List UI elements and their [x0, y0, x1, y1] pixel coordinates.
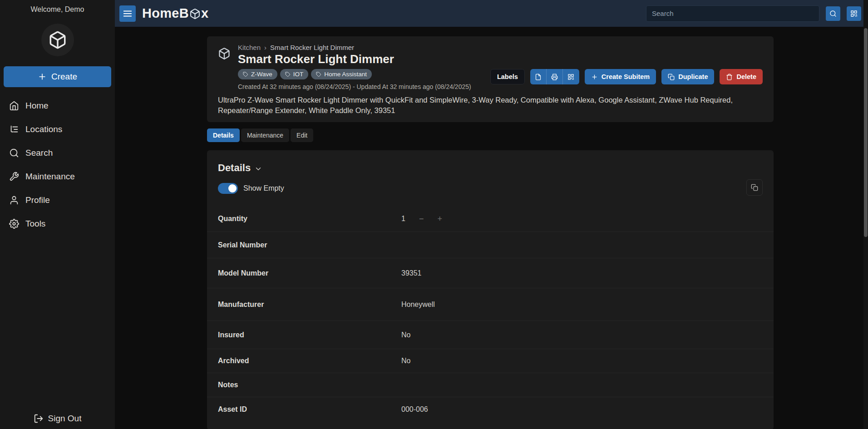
- show-empty-label: Show Empty: [243, 184, 284, 192]
- main-area: HomeB x: [115, 0, 868, 429]
- row-label: Insured: [218, 331, 401, 339]
- show-empty-row: Show Empty: [218, 183, 763, 194]
- app-title: HomeB x: [142, 6, 208, 21]
- detail-row-model-number: Model Number 39351: [207, 258, 774, 288]
- attachment-button[interactable]: [530, 69, 547, 84]
- tag-icon: [316, 72, 321, 77]
- item-description: UltraPro Z-Wave Smart Rocker Light Dimme…: [218, 95, 763, 116]
- sign-out-button[interactable]: Sign Out: [0, 414, 115, 424]
- copy-icon: [668, 74, 675, 80]
- details-rows: Quantity 1 − + Serial Number Model Numbe…: [207, 206, 774, 421]
- box-logo-icon: [48, 30, 67, 49]
- search-icon: [829, 10, 837, 17]
- delete-label: Delete: [736, 73, 756, 80]
- quantity-decrease-button[interactable]: −: [419, 215, 424, 223]
- menu-button[interactable]: [119, 5, 136, 22]
- search-button[interactable]: [826, 6, 840, 21]
- detail-row-quantity: Quantity 1 − +: [207, 206, 774, 232]
- plus-icon: [38, 72, 47, 81]
- tag-icon: [243, 72, 248, 77]
- page-scrollbar[interactable]: [863, 0, 868, 429]
- qr-code-button[interactable]: [563, 69, 579, 84]
- item-header-card: Kitchen › Smart Rocker Light Dimmer Smar…: [207, 36, 774, 122]
- search-input[interactable]: [646, 5, 819, 22]
- detail-row-archived: Archived No: [207, 349, 774, 373]
- printer-icon: [551, 74, 558, 80]
- row-label: Manufacturer: [218, 301, 401, 309]
- sign-out-label: Sign Out: [48, 414, 82, 424]
- tab-details[interactable]: Details: [207, 128, 240, 142]
- sidebar-item-search[interactable]: Search: [0, 141, 115, 165]
- top-bar: HomeB x: [115, 0, 868, 27]
- labels-button[interactable]: Labels: [490, 69, 525, 84]
- search-icon: [9, 148, 19, 158]
- qr-scan-icon: [850, 10, 858, 17]
- details-head: Details Show Empty: [207, 150, 774, 206]
- scrollbar-thumb[interactable]: [864, 28, 868, 237]
- item-info: Kitchen › Smart Rocker Light Dimmer Smar…: [238, 44, 471, 90]
- content-area: Kitchen › Smart Rocker Light Dimmer Smar…: [115, 27, 868, 429]
- row-value: 1 − +: [401, 215, 442, 223]
- create-button[interactable]: Create: [4, 66, 111, 87]
- detail-row-insured: Insured No: [207, 321, 774, 349]
- chevron-down-icon: [254, 165, 262, 173]
- detail-row-asset-id: Asset ID 000-006: [207, 397, 774, 421]
- gear-icon: [9, 219, 19, 229]
- row-value: 000-006: [401, 405, 428, 414]
- tab-edit[interactable]: Edit: [291, 128, 313, 142]
- create-button-label: Create: [51, 72, 77, 82]
- detail-row-manufacturer: Manufacturer Honeywell: [207, 288, 774, 321]
- tag-label: IOT: [293, 71, 304, 78]
- delete-button[interactable]: Delete: [720, 69, 763, 84]
- sidebar-item-locations[interactable]: Locations: [0, 118, 115, 141]
- tag-badge-home-assistant[interactable]: Home Assistant: [311, 69, 372, 79]
- print-button[interactable]: [547, 69, 563, 84]
- row-value: Honeywell: [401, 301, 435, 309]
- file-icon: [535, 74, 542, 80]
- create-subitem-label: Create Subitem: [602, 73, 650, 80]
- tab-bar: Details Maintenance Edit: [207, 128, 868, 142]
- sidebar-item-tools[interactable]: Tools: [0, 212, 115, 236]
- tag-label: Home Assistant: [324, 71, 367, 78]
- row-label: Quantity: [218, 215, 401, 223]
- hamburger-icon: [123, 9, 133, 19]
- row-value: No: [401, 331, 410, 339]
- box-logo-icon: [189, 8, 201, 20]
- details-section-toggle[interactable]: Details: [218, 162, 262, 174]
- app-root: Welcome, Demo Create Home: [0, 0, 868, 429]
- duplicate-button[interactable]: Duplicate: [661, 69, 714, 84]
- row-label: Archived: [218, 357, 401, 365]
- row-value: 39351: [401, 269, 422, 277]
- labels-button-label: Labels: [497, 73, 518, 80]
- chevron-right-icon: ›: [264, 44, 266, 51]
- item-actions: Labels: [490, 69, 763, 84]
- show-empty-toggle[interactable]: [218, 183, 238, 194]
- toggle-knob: [228, 184, 237, 192]
- tag-badge-zwave[interactable]: Z-Wave: [238, 69, 277, 79]
- welcome-text: Welcome, Demo: [0, 5, 115, 14]
- item-timestamps: Created At 32 minutes ago (08/24/2025) -…: [238, 83, 471, 90]
- breadcrumb-parent-link[interactable]: Kitchen: [238, 44, 261, 51]
- sidebar-item-home[interactable]: Home: [0, 94, 115, 118]
- create-subitem-button[interactable]: Create Subitem: [585, 69, 656, 84]
- copy-details-button[interactable]: [746, 179, 763, 196]
- sidebar-item-label: Home: [25, 101, 49, 111]
- tab-maintenance[interactable]: Maintenance: [241, 128, 289, 142]
- details-card: Details Show Empty: [207, 150, 774, 429]
- sidebar-item-label: Profile: [25, 195, 50, 205]
- item-box-icon: [218, 47, 231, 60]
- row-label: Serial Number: [218, 241, 401, 249]
- sidebar-item-maintenance[interactable]: Maintenance: [0, 165, 115, 188]
- user-icon: [9, 195, 19, 205]
- scan-button[interactable]: [847, 6, 861, 21]
- wrench-icon: [9, 172, 19, 182]
- sidebar-item-label: Search: [25, 148, 53, 158]
- sidebar-item-profile[interactable]: Profile: [0, 188, 115, 212]
- app-logo: [41, 24, 74, 56]
- tag-badge-iot[interactable]: IOT: [280, 69, 309, 79]
- row-label: Notes: [218, 381, 401, 389]
- sidebar-item-label: Locations: [25, 124, 62, 134]
- quantity-increase-button[interactable]: +: [437, 215, 442, 223]
- row-label: Asset ID: [218, 405, 401, 414]
- row-value: No: [401, 357, 410, 365]
